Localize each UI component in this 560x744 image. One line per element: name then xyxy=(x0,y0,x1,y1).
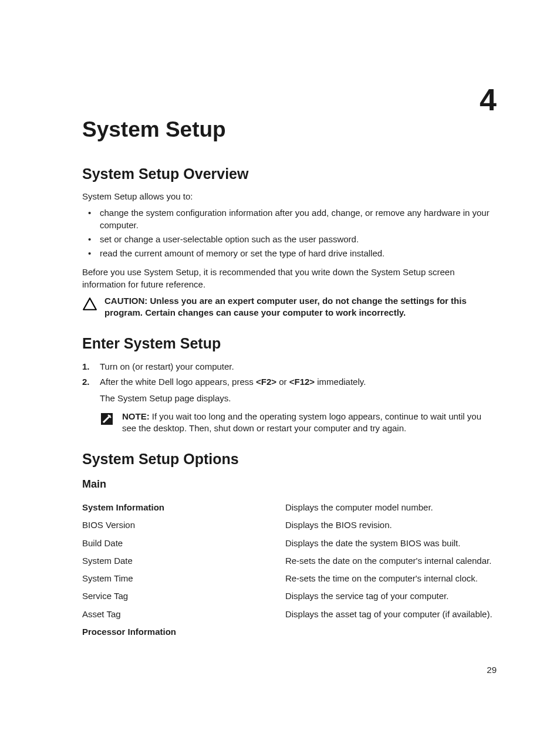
chapter-number: 4 xyxy=(480,82,497,117)
list-item: set or change a user-selectable option s… xyxy=(82,234,497,245)
option-description: Displays the computer model number. xyxy=(285,499,497,516)
list-item: change the system configuration informat… xyxy=(82,207,497,231)
option-description: Re-sets the time on the computer's inter… xyxy=(285,570,497,587)
step-2-text-pre: After the white Dell logo appears, press xyxy=(100,377,256,387)
caution-icon xyxy=(82,296,97,312)
section-options-heading: System Setup Options xyxy=(82,451,497,468)
option-description: Displays the date the system BIOS was bu… xyxy=(285,535,497,552)
options-subheading-main: Main xyxy=(82,478,497,491)
option-description: Displays the asset tag of your computer … xyxy=(285,606,497,623)
option-name: Build Date xyxy=(82,535,285,552)
option-name: System Date xyxy=(82,552,285,570)
note-icon xyxy=(100,412,115,427)
option-description: Displays the service tag of your compute… xyxy=(285,587,497,605)
step-2-sub: The System Setup page displays. xyxy=(100,392,497,405)
table-row: Build DateDisplays the date the system B… xyxy=(82,535,497,552)
section-overview-heading: System Setup Overview xyxy=(82,165,497,182)
section-enter-heading: Enter System Setup xyxy=(82,335,497,352)
note-body: If you wait too long and the operating s… xyxy=(122,411,481,433)
step-1: Turn on (or restart) your computer. xyxy=(82,360,497,373)
table-row: System InformationDisplays the computer … xyxy=(82,499,497,516)
step-2-key2: <F12> xyxy=(289,377,315,387)
table-row: System TimeRe-sets the time on the compu… xyxy=(82,570,497,587)
step-2-key1: <F2> xyxy=(256,377,276,387)
overview-intro: System Setup allows you to: xyxy=(82,191,497,202)
note-text: NOTE: If you wait too long and the opera… xyxy=(122,411,497,435)
list-item: read the current amount of memory or set… xyxy=(82,248,497,259)
table-row: Service TagDisplays the service tag of y… xyxy=(82,587,497,605)
note-callout: NOTE: If you wait too long and the opera… xyxy=(100,411,497,435)
option-name: System Time xyxy=(82,570,285,587)
step-2-text-mid: or xyxy=(276,377,289,387)
overview-after: Before you use System Setup, it is recom… xyxy=(82,266,497,290)
page-title: System Setup xyxy=(82,117,497,142)
page-number: 29 xyxy=(487,665,497,675)
table-row: Asset TagDisplays the asset tag of your … xyxy=(82,606,497,623)
option-name: Asset Tag xyxy=(82,606,285,623)
step-2: After the white Dell logo appears, press… xyxy=(82,376,497,434)
caution-lead: CAUTION: xyxy=(104,296,150,306)
note-lead: NOTE: xyxy=(122,411,152,421)
option-name: Processor Information xyxy=(82,623,285,641)
table-row: System DateRe-sets the date on the compu… xyxy=(82,552,497,570)
overview-bullets: change the system configuration informat… xyxy=(82,207,497,259)
step-2-text-post: immediately. xyxy=(315,377,366,387)
option-name: Service Tag xyxy=(82,587,285,605)
caution-callout: CAUTION: Unless you are an expert comput… xyxy=(82,295,497,319)
enter-steps: Turn on (or restart) your computer. Afte… xyxy=(82,360,497,434)
caution-body: Unless you are an expert computer user, … xyxy=(104,296,467,317)
option-description xyxy=(285,623,497,641)
page-container: 4 System Setup System Setup Overview Sys… xyxy=(0,0,560,744)
caution-text: CAUTION: Unless you are an expert comput… xyxy=(104,295,497,319)
option-description: Displays the BIOS revision. xyxy=(285,516,497,534)
table-row: Processor Information xyxy=(82,623,497,641)
option-description: Re-sets the date on the computer's inter… xyxy=(285,552,497,570)
options-table: System InformationDisplays the computer … xyxy=(82,499,497,641)
option-name: System Information xyxy=(82,499,285,516)
table-row: BIOS VersionDisplays the BIOS revision. xyxy=(82,516,497,534)
option-name: BIOS Version xyxy=(82,516,285,534)
